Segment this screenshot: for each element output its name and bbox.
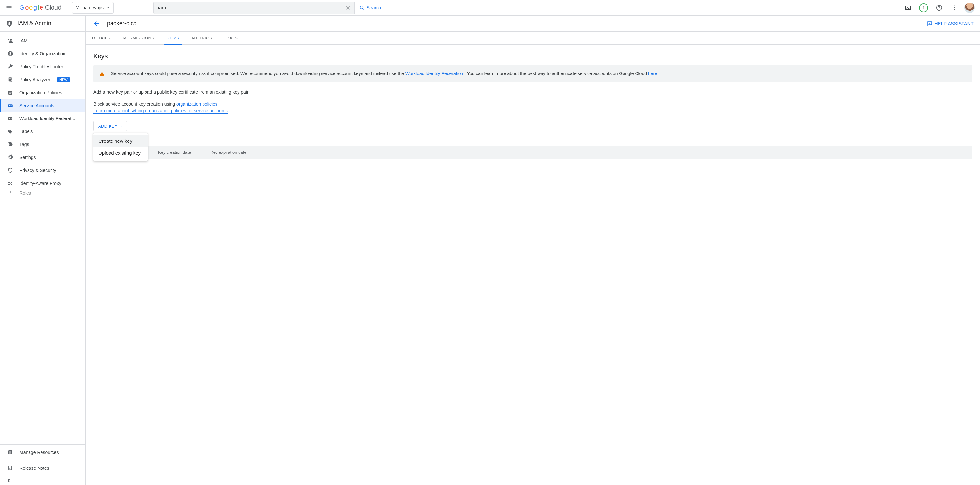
project-icon [75, 5, 80, 10]
search-icon [359, 5, 365, 11]
top-bar: Google Cloud aa-devops Search 1 [0, 0, 980, 16]
more-vert-icon[interactable] [949, 2, 961, 14]
badge-count: 1 [922, 5, 924, 10]
caret-down-icon [106, 6, 110, 10]
help-icon[interactable] [933, 2, 945, 14]
svg-point-2 [77, 8, 78, 10]
svg-rect-4 [906, 6, 911, 10]
svg-point-7 [954, 7, 955, 8]
search-button-label: Search [367, 5, 381, 10]
notifications-badge[interactable]: 1 [918, 2, 929, 14]
avatar[interactable] [964, 3, 975, 13]
cloud-shell-icon[interactable] [902, 2, 914, 14]
product-suffix: Cloud [45, 4, 62, 11]
search-input[interactable] [154, 2, 342, 14]
search-button[interactable]: Search [354, 2, 386, 14]
svg-point-0 [76, 6, 78, 8]
top-right-actions: 1 [902, 2, 977, 14]
svg-point-6 [954, 5, 955, 6]
svg-point-8 [954, 9, 955, 10]
search-clear-icon[interactable] [342, 2, 354, 14]
svg-point-3 [360, 6, 363, 9]
search-bar: Search [153, 2, 386, 14]
product-logo[interactable]: Google Cloud [19, 4, 62, 11]
project-picker[interactable]: aa-devops [72, 2, 114, 14]
hamburger-menu-icon[interactable] [3, 1, 16, 14]
project-name: aa-devops [83, 5, 104, 10]
svg-point-1 [78, 6, 80, 8]
